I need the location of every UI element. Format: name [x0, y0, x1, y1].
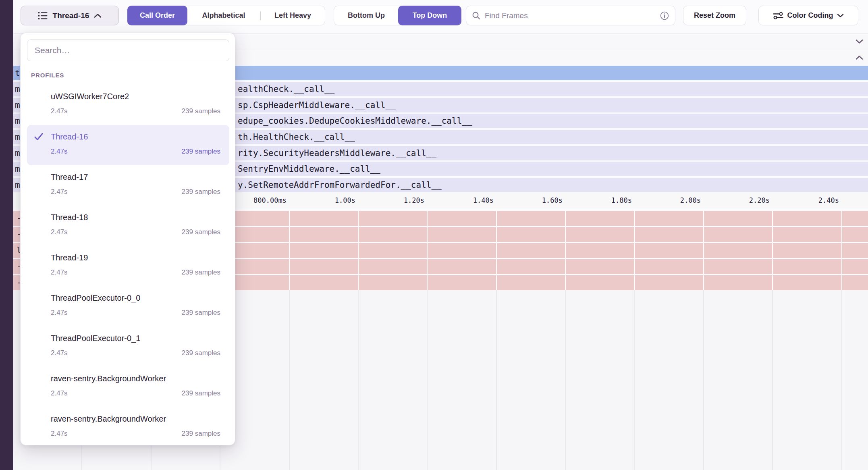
time-axis-tick: 2.00s [680, 192, 701, 208]
thread-duration: 2.47s [51, 148, 68, 156]
thread-selector-label: Thread-16 [53, 11, 89, 20]
find-frames-search[interactable] [466, 6, 675, 25]
app-sidebar-strip[interactable] [0, 0, 13, 470]
sort-order-segmented-control: Call Order Alphabetical Left Heavy [127, 6, 325, 25]
chevron-down-icon [837, 13, 844, 18]
thread-name: Thread-19 [51, 252, 88, 263]
thread-list-item[interactable]: ThreadPoolExecutor-0_1 2.47s 239 samples [27, 327, 229, 367]
thread-duration: 2.47s [51, 107, 68, 115]
thread-search-input[interactable] [27, 40, 229, 61]
sort-option-left-heavy[interactable]: Left Heavy [261, 6, 325, 25]
frame-label: y.SetRemoteAddrFromForwardedFor.__call__ [238, 178, 442, 192]
frame-label: ealthCheck.__call__ [238, 82, 334, 96]
thread-list-item[interactable]: Thread-19 2.47s 239 samples [27, 246, 229, 286]
thread-list-item[interactable]: raven-sentry.BackgroundWorker 2.47s 239 … [27, 407, 229, 445]
thread-list: uWSGIWorker7Core2 2.47s 239 samples Thre… [21, 85, 235, 445]
direction-option-top-down[interactable]: Top Down [398, 6, 461, 25]
expand-section-button[interactable] [856, 55, 863, 60]
thread-name: raven-sentry.BackgroundWorker [51, 414, 166, 424]
thread-name: Thread-18 [51, 212, 88, 223]
frame-label-fragment: m [15, 146, 20, 160]
thread-duration: 2.47s [51, 188, 68, 196]
time-axis-tick: 800.00ms [253, 192, 287, 208]
thread-dropdown-panel: PROFILES uWSGIWorker7Core2 2.47s 239 sam… [20, 33, 235, 445]
reset-zoom-label: Reset Zoom [694, 11, 735, 20]
info-icon[interactable] [660, 11, 669, 21]
reset-zoom-button[interactable]: Reset Zoom [683, 6, 746, 25]
thread-list-item-selected[interactable]: Thread-16 2.47s 239 samples [27, 125, 229, 165]
frame-label: th.HealthCheck.__call__ [238, 130, 355, 144]
checkmark-icon [34, 132, 44, 141]
frame-label-fragment: m [15, 178, 20, 192]
frame-label: SentryEnvMiddleware.__call__ [238, 162, 380, 176]
toolbar: Thread-16 Call Order Alphabetical Left H… [0, 0, 868, 33]
frame-label: rity.SecurityHeadersMiddleware.__call__ [238, 146, 436, 160]
thread-duration: 2.47s [51, 430, 68, 438]
direction-option-bottom-up[interactable]: Bottom Up [334, 6, 399, 25]
thread-selector-button[interactable]: Thread-16 [21, 6, 119, 25]
time-axis-tick: 1.20s [404, 192, 424, 208]
thread-list-item[interactable]: Thread-17 2.47s 239 samples [27, 165, 229, 206]
time-axis-tick: 1.40s [473, 192, 494, 208]
thread-samples: 239 samples [182, 309, 220, 317]
chevron-up-icon [856, 55, 863, 60]
profiles-section-label: PROFILES [31, 72, 64, 79]
thread-name: ThreadPoolExecutor-0_1 [51, 333, 140, 343]
sort-option-call-order[interactable]: Call Order [127, 6, 187, 25]
thread-name: Thread-16 [51, 131, 88, 142]
thread-duration: 2.47s [51, 349, 68, 357]
direction-segmented-control: Bottom Up Top Down [334, 6, 461, 25]
collapse-section-button[interactable] [856, 39, 863, 44]
thread-samples: 239 samples [182, 107, 220, 115]
frame-label-fragment: m [15, 130, 20, 144]
thread-samples: 239 samples [182, 228, 220, 236]
thread-samples: 239 samples [182, 389, 220, 397]
search-icon [472, 11, 481, 20]
thread-duration: 2.47s [51, 309, 68, 317]
time-axis-tick: 1.00s [335, 192, 355, 208]
frame-label-fragment: m [15, 114, 20, 128]
frame-label: sp.CspHeaderMiddleware.__call__ [238, 98, 396, 112]
thread-duration: 2.47s [51, 389, 68, 397]
list-icon [38, 11, 48, 20]
time-axis-tick: 2.20s [749, 192, 770, 208]
frame-label: edupe_cookies.DedupeCookiesMiddleware.__… [238, 114, 472, 128]
thread-samples: 239 samples [182, 188, 220, 196]
frame-label-fragment: m [15, 82, 20, 96]
thread-samples: 239 samples [182, 349, 220, 357]
time-axis-tick: 1.80s [611, 192, 632, 208]
chevron-up-icon [94, 13, 102, 18]
thread-list-item[interactable]: ThreadPoolExecutor-0_0 2.47s 239 samples [27, 286, 229, 327]
color-coding-button[interactable]: Color Coding [758, 6, 858, 25]
sort-option-alphabetical[interactable]: Alphabetical [187, 6, 260, 25]
thread-duration: 2.47s [51, 268, 68, 277]
chevron-down-icon [856, 39, 863, 44]
thread-list-item[interactable]: raven-sentry.BackgroundWorker 2.47s 239 … [27, 367, 229, 407]
thread-name: Thread-17 [51, 172, 88, 182]
thread-samples: 239 samples [182, 268, 220, 277]
thread-list-item[interactable]: uWSGIWorker7Core2 2.47s 239 samples [27, 85, 229, 125]
thread-name: raven-sentry.BackgroundWorker [51, 373, 166, 384]
thread-samples: 239 samples [182, 148, 220, 156]
frame-label-fragment: m [15, 98, 20, 112]
color-coding-label: Color Coding [787, 11, 833, 20]
thread-name: ThreadPoolExecutor-0_0 [51, 293, 140, 303]
sliders-icon [773, 11, 783, 20]
frame-label-fragment: t [15, 66, 20, 80]
thread-list-item[interactable]: Thread-18 2.47s 239 samples [27, 206, 229, 246]
find-frames-input[interactable] [485, 11, 656, 20]
thread-name: uWSGIWorker7Core2 [51, 91, 129, 102]
thread-samples: 239 samples [182, 430, 220, 438]
time-axis-tick: 1.60s [542, 192, 563, 208]
flamegraph-profiler-screen: t m ealthCheck.__call__ m sp.CspHeaderMi… [0, 0, 868, 470]
thread-duration: 2.47s [51, 228, 68, 236]
frame-label-fragment: m [15, 162, 20, 176]
time-axis-tick: 2.40s [818, 192, 839, 208]
